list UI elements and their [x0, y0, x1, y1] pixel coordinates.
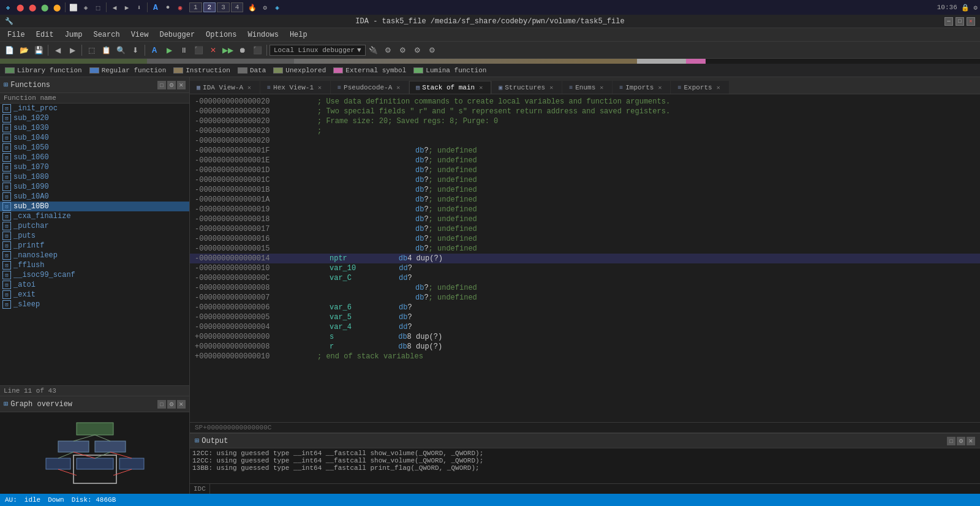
tab-pseudocode-a[interactable]: ≡Pseudocode-A✕	[331, 81, 409, 94]
function-item[interactable]: ⊡_putchar	[0, 221, 189, 231]
tab-enums[interactable]: ≡Enums✕	[562, 81, 612, 94]
toolbar-misc3[interactable]: ⚙	[426, 43, 439, 57]
sys-icon-14[interactable]: 🔥	[247, 2, 258, 13]
output-close[interactable]: ✕	[967, 437, 975, 445]
code-line[interactable]: -0000000000000020; Use data definition c…	[190, 97, 980, 107]
toolbar-back[interactable]: ◀	[51, 43, 64, 57]
function-item[interactable]: ⊡_fflush	[0, 260, 189, 270]
panel-close[interactable]: ✕	[177, 81, 186, 89]
menu-view[interactable]: View	[126, 29, 154, 40]
code-line[interactable]: -0000000000000004var_4dd ?	[190, 322, 980, 332]
toolbar-misc1[interactable]: ⚙	[396, 43, 410, 57]
menu-help[interactable]: Help	[285, 29, 312, 40]
function-item[interactable]: ⊡sub_1070	[0, 162, 189, 172]
window-minimize[interactable]: ─	[944, 17, 953, 26]
sys-icon-8[interactable]: ⬚	[92, 2, 104, 13]
function-item[interactable]: ⊡sub_1030	[0, 123, 189, 133]
code-line[interactable]: -0000000000000015db ? ; undefined	[190, 244, 980, 254]
function-item[interactable]: ⊡_atoi	[0, 280, 189, 290]
code-line[interactable]: -0000000000000017db ? ; undefined	[190, 224, 980, 234]
menu-debugger[interactable]: Debugger	[154, 29, 200, 40]
code-line[interactable]: -0000000000000020	[190, 136, 980, 146]
toolbar-A[interactable]: A	[148, 43, 161, 57]
panel-undock[interactable]: □	[157, 81, 166, 89]
code-line[interactable]: -0000000000000018db ? ; undefined	[190, 214, 980, 224]
output-input-field[interactable]	[210, 484, 980, 494]
code-line[interactable]: -0000000000000006var_6db ?	[190, 303, 980, 312]
functions-list[interactable]: ⊡_init_proc⊡sub_1020⊡sub_1030⊡sub_1040⊡s…	[0, 104, 189, 385]
code-line[interactable]: -0000000000000010var_10dd ?	[190, 263, 980, 273]
toolbar-stepover[interactable]: ▶▶	[221, 43, 235, 57]
code-line[interactable]: -0000000000000014nptrdb 4 dup(?)	[190, 254, 980, 263]
window-close[interactable]: ✕	[967, 17, 975, 26]
tab-close[interactable]: ✕	[246, 84, 253, 91]
function-item[interactable]: ⊡__isoc99_scanf	[0, 270, 189, 280]
sys-icon-15[interactable]: ⚙	[259, 2, 270, 13]
function-item[interactable]: ⊡_printf	[0, 241, 189, 251]
code-line[interactable]: -000000000000001Fdb ? ; undefined	[190, 146, 980, 156]
tab-close[interactable]: ✕	[548, 84, 555, 91]
tab-ida-view-a[interactable]: ▦IDA View-A✕	[190, 81, 260, 94]
function-item[interactable]: ⊡_cxa_finalize	[0, 211, 189, 221]
toolbar-pause[interactable]: ⏸	[177, 43, 190, 57]
code-line[interactable]: +0000000000000000sdb 8 dup(?)	[190, 332, 980, 342]
code-line[interactable]: -0000000000000016db ? ; undefined	[190, 234, 980, 244]
toolbar-run2[interactable]: ⏺	[236, 43, 249, 57]
graph-close[interactable]: ✕	[177, 400, 186, 409]
sys-icon-13[interactable]: ◉	[175, 2, 186, 13]
function-item[interactable]: ⊡_puts	[0, 231, 189, 241]
sys-icon-2[interactable]: ⬤	[15, 2, 26, 13]
menu-jump[interactable]: Jump	[60, 29, 88, 40]
tab-exports[interactable]: ≡Exports✕	[671, 81, 728, 94]
toolbar-stop[interactable]: ⬛	[192, 43, 205, 57]
graph-content[interactable]	[0, 412, 189, 494]
function-item[interactable]: ⊡_init_proc	[0, 104, 189, 113]
function-item[interactable]: ⊡sub_1040	[0, 133, 189, 143]
function-item[interactable]: ⊡sub_1080	[0, 172, 189, 182]
sys-icon-7[interactable]: ◈	[80, 2, 91, 13]
menu-search[interactable]: Search	[88, 29, 124, 40]
code-view[interactable]: -0000000000000020; Use data definition c…	[190, 94, 980, 422]
code-line[interactable]: -000000000000001Ddb ? ; undefined	[190, 165, 980, 175]
code-line[interactable]: -000000000000001Edb ? ; undefined	[190, 156, 980, 165]
toolbar-copy[interactable]: ⬚	[85, 43, 98, 57]
sys-icon-4[interactable]: ⬤	[39, 2, 50, 13]
menu-windows[interactable]: Windows	[243, 29, 284, 40]
toolbar-save[interactable]: 💾	[32, 43, 45, 57]
toolbar-open[interactable]: 📂	[17, 43, 31, 57]
code-line[interactable]: -0000000000000005var_5db ?	[190, 312, 980, 322]
menu-edit[interactable]: Edit	[31, 29, 59, 40]
function-item[interactable]: ⊡_sleep	[0, 300, 189, 309]
tab-structures[interactable]: ▣Structures✕	[492, 81, 562, 94]
code-line[interactable]: -0000000000000020;	[190, 126, 980, 136]
code-line[interactable]: -000000000000000Cvar_Cdd ?	[190, 273, 980, 283]
code-line[interactable]: -0000000000000020; Two special fields " …	[190, 107, 980, 116]
nav-strip[interactable]	[0, 59, 980, 64]
code-line[interactable]: +0000000000000008rdb 8 dup(?)	[190, 342, 980, 352]
tab-close[interactable]: ✕	[598, 84, 605, 91]
tab-close[interactable]: ✕	[316, 84, 323, 91]
panel-settings[interactable]: ⚙	[167, 81, 176, 89]
output-settings[interactable]: ⚙	[957, 437, 965, 445]
toolbar-new[interactable]: 📄	[2, 43, 16, 57]
tab-close[interactable]: ✕	[477, 84, 484, 91]
function-item[interactable]: ⊡_exit	[0, 290, 189, 300]
sys-icon-10[interactable]: ▶	[121, 2, 132, 13]
function-item[interactable]: ⊡sub_1050	[0, 143, 189, 153]
function-item[interactable]: ⊡_nanosleep	[0, 251, 189, 260]
sys-icon-11[interactable]: ⬇	[134, 2, 145, 13]
code-line[interactable]: -0000000000000019db ? ; undefined	[190, 205, 980, 214]
code-line[interactable]: -0000000000000020; Frame size: 20; Saved…	[190, 116, 980, 126]
debugger-selector[interactable]: Local Linux debugger ▼	[270, 45, 366, 56]
toolbar-settings[interactable]: ⚙	[382, 43, 395, 57]
menu-file[interactable]: File	[2, 29, 30, 40]
toolbar-run[interactable]: ▶	[162, 43, 176, 57]
graph-settings[interactable]: ⚙	[167, 400, 176, 409]
toolbar-misc2[interactable]: ⚙	[411, 43, 424, 57]
sys-icon-A[interactable]: A	[150, 2, 161, 13]
toolbar-forward[interactable]: ▶	[66, 43, 79, 57]
tab-imports[interactable]: ≡Imports✕	[612, 81, 670, 94]
code-line[interactable]: -000000000000001Adb ? ; undefined	[190, 195, 980, 205]
sys-icon-12[interactable]: ●	[162, 2, 173, 13]
sys-icon-6[interactable]: ⬜	[68, 2, 79, 13]
